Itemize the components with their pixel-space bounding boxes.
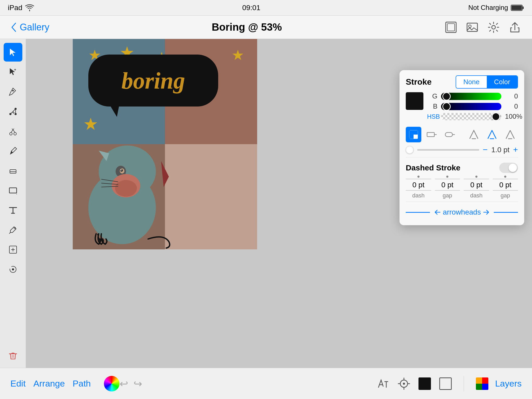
svg-text:+: +: [14, 68, 16, 72]
bottom-left-btns: Edit Arrange Path: [10, 376, 119, 391]
tool-rotate[interactable]: [4, 260, 22, 279]
svg-text:,: ,: [16, 191, 17, 195]
arrange-btn[interactable]: Arrange: [34, 378, 65, 389]
frame-icon[interactable]: [444, 21, 458, 34]
dash-thumb-1: [417, 176, 420, 178]
stroke-square: [439, 377, 452, 390]
b-slider-track[interactable]: [441, 103, 501, 110]
edit-btn[interactable]: Edit: [10, 378, 26, 389]
tool-text[interactable]: [4, 201, 22, 220]
share-icon[interactable]: [508, 21, 522, 34]
svg-point-14: [10, 132, 12, 135]
tool-select[interactable]: [4, 43, 22, 62]
settings-icon[interactable]: [487, 21, 500, 34]
tool-node[interactable]: +: [4, 102, 22, 121]
tool-eraser[interactable]: [4, 161, 22, 180]
tool-pen[interactable]: [4, 82, 22, 101]
star-4: ★: [231, 47, 244, 63]
gap-slider-2[interactable]: [493, 176, 518, 179]
gap-input-2: 0 pt gap: [493, 176, 518, 199]
layers-btn[interactable]: Layers: [495, 378, 522, 389]
dash-slider-1[interactable]: [406, 176, 431, 179]
back-chevron-icon: [10, 22, 18, 32]
tool-scissors[interactable]: [4, 122, 22, 141]
arrowhead-right-icon[interactable]: [483, 209, 491, 215]
undo-btn[interactable]: ↩: [119, 378, 128, 390]
arrowheads-label[interactable]: arrowheads: [443, 208, 481, 216]
boring-text: boring: [121, 67, 185, 94]
stroke-body: G 0 B 0 HSB: [400, 92, 524, 225]
svg-rect-4: [447, 24, 455, 31]
tool-rectangle[interactable]: ,: [4, 181, 22, 200]
b-slider-thumb[interactable]: [442, 103, 451, 110]
size-plus-btn[interactable]: +: [513, 145, 518, 155]
dash-thumb-2: [475, 176, 477, 178]
battery-icon: [511, 4, 524, 11]
svg-rect-40: [409, 135, 414, 139]
gap-label-1: gap: [443, 192, 452, 199]
tool-zoom[interactable]: [4, 240, 22, 259]
g-slider-thumb[interactable]: [442, 93, 451, 100]
dash-inputs: 0 pt dash 0 pt gap 0 pt dash: [406, 176, 518, 199]
gap-label-2: gap: [501, 192, 510, 199]
color-wheel-btn[interactable]: [104, 376, 119, 391]
dash-slider-2[interactable]: [464, 176, 489, 179]
svg-rect-17: [9, 188, 17, 193]
svg-rect-43: [445, 132, 453, 137]
size-minus-btn[interactable]: −: [483, 145, 488, 155]
wifi-icon: [25, 4, 34, 11]
separator-2: [406, 202, 518, 202]
gap-value-1: 0 pt: [435, 181, 460, 191]
stroke-join-miter[interactable]: [406, 127, 421, 142]
size-slider-thumb[interactable]: [406, 146, 414, 154]
text-format-icon[interactable]: [375, 376, 391, 391]
gallery-label[interactable]: Gallery: [20, 22, 49, 33]
svg-rect-5: [467, 23, 477, 31]
g-slider-track[interactable]: [441, 93, 501, 100]
stroke-title: Stroke: [406, 77, 432, 87]
stroke-cap-2[interactable]: [442, 127, 458, 142]
gallery-button[interactable]: Gallery: [10, 22, 49, 33]
arrowhead-left-icon[interactable]: [433, 209, 440, 215]
dashed-toggle[interactable]: [499, 163, 518, 173]
tool-select-plus[interactable]: +: [4, 63, 22, 81]
stroke-join-3[interactable]: [502, 127, 518, 142]
redo-btn[interactable]: ↪: [134, 378, 142, 390]
toggle-knob: [509, 164, 517, 172]
dash-input-2: 0 pt dash: [464, 176, 489, 199]
crosshair-icon[interactable]: [396, 376, 412, 391]
layers-icon[interactable]: [474, 376, 490, 391]
svg-point-7: [492, 25, 495, 29]
left-toolbar: + +: [0, 39, 26, 368]
svg-point-9: [12, 90, 14, 91]
dash-label-1: dash: [412, 192, 425, 199]
size-slider-track[interactable]: [417, 149, 479, 151]
tool-delete[interactable]: [4, 347, 22, 365]
color-preview: [406, 92, 423, 110]
speech-bubble: boring: [88, 55, 218, 107]
a-slider-track[interactable]: [441, 113, 501, 120]
status-right: Not Charging: [468, 4, 524, 12]
artwork: ★ ★ ★ ★ ★ ★ boring: [73, 39, 257, 249]
stroke-cap-1[interactable]: [424, 127, 440, 142]
tool-eyedropper[interactable]: [4, 221, 22, 239]
image-icon[interactable]: [466, 21, 479, 34]
a-slider-row: HSB 100%: [427, 112, 518, 121]
path-btn[interactable]: Path: [73, 378, 91, 389]
gap-slider-1[interactable]: [435, 176, 460, 179]
a-slider-thumb[interactable]: [492, 113, 500, 120]
dashed-title: Dashed Stroke: [406, 163, 460, 172]
svg-point-15: [14, 132, 16, 135]
stroke-join-2[interactable]: [484, 127, 500, 142]
tool-pencil[interactable]: [4, 142, 22, 160]
stroke-icon[interactable]: [438, 376, 453, 391]
arrowhead-right-line: [494, 212, 518, 213]
stroke-none-btn[interactable]: None: [456, 76, 487, 88]
document-title: Boring @ 53%: [212, 21, 282, 33]
svg-rect-42: [427, 132, 434, 137]
fill-icon[interactable]: [417, 376, 433, 391]
hsb-label[interactable]: HSB: [427, 113, 437, 120]
gap-thumb-1: [446, 176, 448, 178]
stroke-join-1[interactable]: [466, 127, 482, 142]
stroke-color-btn[interactable]: Color: [487, 76, 517, 88]
